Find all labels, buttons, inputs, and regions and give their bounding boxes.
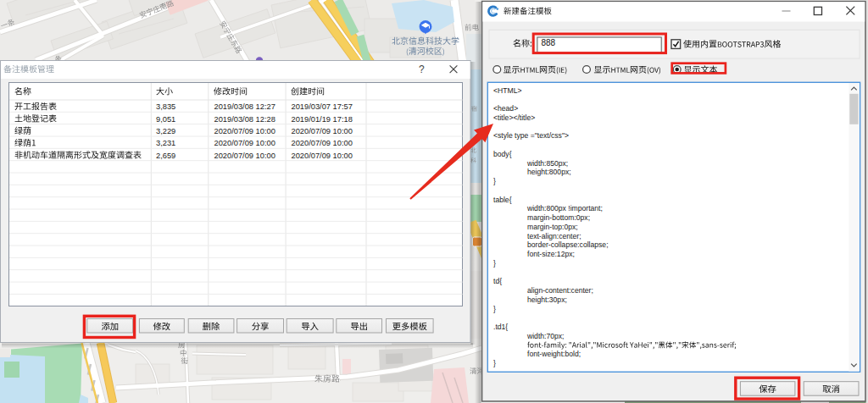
- svg-text:align-content:center;: align-content:center;: [527, 286, 593, 295]
- svg-text:2020/07/09 10:00: 2020/07/09 10:00: [292, 127, 353, 135]
- svg-text:<style type ="text/css">: <style type ="text/css">: [493, 131, 569, 140]
- svg-text:2020/07/09 10:00: 2020/07/09 10:00: [214, 127, 275, 135]
- svg-text:2020/07/09 10:00: 2020/07/09 10:00: [292, 152, 353, 160]
- svg-text:2019/03/08 12:27: 2019/03/08 12:27: [214, 102, 275, 111]
- svg-text:height:30px;: height:30px;: [527, 295, 567, 304]
- svg-text:width:70px;: width:70px;: [526, 332, 564, 340]
- svg-text:height:800px;: height:800px;: [527, 168, 571, 176]
- svg-text:2020/07/09 10:00: 2020/07/09 10:00: [292, 139, 353, 147]
- svg-text:888: 888: [542, 38, 556, 47]
- svg-text:font-size:12px;: font-size:12px;: [527, 250, 575, 258]
- svg-text:body{: body{: [493, 150, 512, 158]
- svg-text:3,229: 3,229: [156, 127, 175, 135]
- svg-text:}: }: [493, 359, 496, 367]
- svg-text:border-collapse:collapse;: border-collapse:collapse;: [527, 240, 609, 249]
- svg-text:<title></title>: <title></title>: [493, 113, 535, 122]
- svg-text:2,659: 2,659: [156, 152, 175, 160]
- svg-text:2019/03/07 17:57: 2019/03/07 17:57: [292, 102, 353, 111]
- svg-text:2020/07/09 10:00: 2020/07/09 10:00: [214, 139, 275, 147]
- svg-text:margin-bottom:0px;: margin-bottom:0px;: [527, 213, 590, 222]
- svg-text:margin-top:0px;: margin-top:0px;: [527, 223, 578, 231]
- svg-text:}: }: [493, 259, 496, 268]
- svg-text:<HTML>: <HTML>: [493, 86, 521, 95]
- svg-text:width:850px;: width:850px;: [526, 159, 568, 168]
- svg-text:3,231: 3,231: [156, 139, 175, 147]
- svg-text:2020/07/09 10:00: 2020/07/09 10:00: [214, 152, 275, 160]
- svg-text:td{: td{: [493, 277, 502, 285]
- svg-text:<head>: <head>: [493, 104, 518, 113]
- svg-text:.td1{: .td1{: [493, 323, 508, 331]
- svg-text:width:800px !important;: width:800px !important;: [526, 204, 603, 213]
- svg-text:table{: table{: [493, 196, 512, 204]
- svg-text:}: }: [493, 305, 496, 313]
- svg-text:}: }: [493, 177, 496, 185]
- svg-text:?: ?: [419, 63, 425, 75]
- svg-text:font-weight:bold;: font-weight:bold;: [527, 350, 581, 358]
- svg-text:3,835: 3,835: [156, 102, 175, 111]
- svg-text:2019/03/08 12:28: 2019/03/08 12:28: [214, 115, 275, 124]
- svg-text:2019/01/19 17:18: 2019/01/19 17:18: [292, 115, 353, 124]
- svg-text:text-align:center;: text-align:center;: [527, 232, 581, 240]
- svg-text:9,051: 9,051: [156, 115, 175, 124]
